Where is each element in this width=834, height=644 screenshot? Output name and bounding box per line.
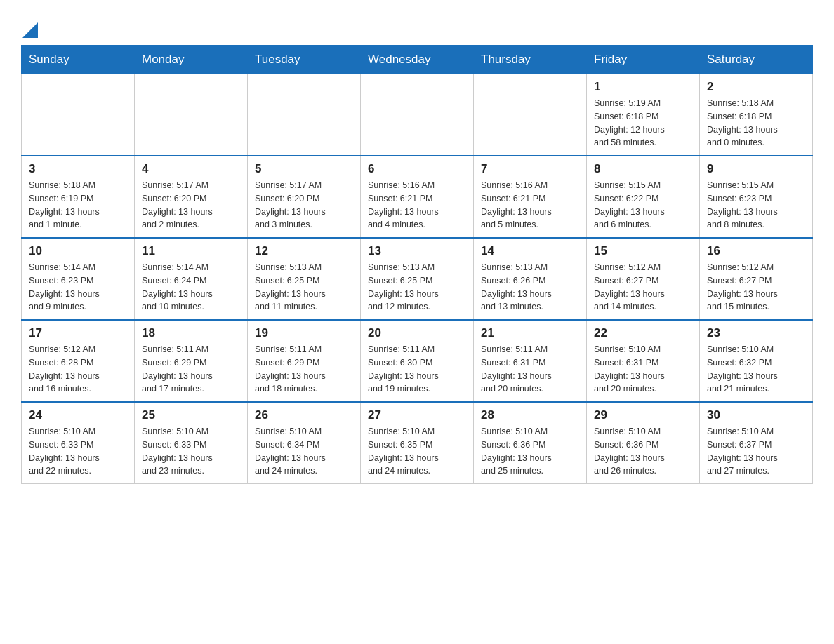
calendar-cell: 19Sunrise: 5:11 AM Sunset: 6:29 PM Dayli…: [248, 320, 361, 402]
day-number: 20: [368, 326, 466, 340]
weekday-header-saturday: Saturday: [700, 46, 813, 74]
day-number: 26: [255, 408, 353, 422]
day-number: 2: [707, 80, 805, 94]
day-info: Sunrise: 5:18 AM Sunset: 6:19 PM Dayligh…: [29, 179, 127, 232]
logo-triangle-icon: [22, 22, 38, 38]
weekday-header-sunday: Sunday: [22, 46, 135, 74]
calendar: SundayMondayTuesdayWednesdayThursdayFrid…: [21, 45, 813, 484]
calendar-cell: 17Sunrise: 5:12 AM Sunset: 6:28 PM Dayli…: [22, 320, 135, 402]
calendar-cell: [248, 74, 361, 156]
week-row-1: 1Sunrise: 5:19 AM Sunset: 6:18 PM Daylig…: [22, 74, 813, 156]
day-info: Sunrise: 5:15 AM Sunset: 6:23 PM Dayligh…: [707, 179, 805, 232]
day-info: Sunrise: 5:16 AM Sunset: 6:21 PM Dayligh…: [368, 179, 466, 232]
day-number: 15: [594, 244, 692, 258]
day-info: Sunrise: 5:11 AM Sunset: 6:29 PM Dayligh…: [255, 343, 353, 396]
day-number: 1: [594, 80, 692, 94]
day-number: 18: [142, 326, 240, 340]
day-info: Sunrise: 5:17 AM Sunset: 6:20 PM Dayligh…: [255, 179, 353, 232]
day-info: Sunrise: 5:10 AM Sunset: 6:32 PM Dayligh…: [707, 343, 805, 396]
day-info: Sunrise: 5:17 AM Sunset: 6:20 PM Dayligh…: [142, 179, 240, 232]
calendar-cell: 1Sunrise: 5:19 AM Sunset: 6:18 PM Daylig…: [587, 74, 700, 156]
day-info: Sunrise: 5:10 AM Sunset: 6:33 PM Dayligh…: [29, 425, 127, 478]
day-number: 6: [368, 162, 466, 176]
day-info: Sunrise: 5:10 AM Sunset: 6:34 PM Dayligh…: [255, 425, 353, 478]
weekday-header-monday: Monday: [135, 46, 248, 74]
week-row-5: 24Sunrise: 5:10 AM Sunset: 6:33 PM Dayli…: [22, 402, 813, 484]
calendar-cell: 6Sunrise: 5:16 AM Sunset: 6:21 PM Daylig…: [361, 156, 474, 238]
calendar-cell: 13Sunrise: 5:13 AM Sunset: 6:25 PM Dayli…: [361, 238, 474, 320]
day-info: Sunrise: 5:12 AM Sunset: 6:27 PM Dayligh…: [594, 261, 692, 314]
day-number: 8: [594, 162, 692, 176]
calendar-cell: 21Sunrise: 5:11 AM Sunset: 6:31 PM Dayli…: [474, 320, 587, 402]
calendar-cell: [474, 74, 587, 156]
day-info: Sunrise: 5:13 AM Sunset: 6:26 PM Dayligh…: [481, 261, 579, 314]
header: [21, 14, 813, 38]
day-info: Sunrise: 5:14 AM Sunset: 6:24 PM Dayligh…: [142, 261, 240, 314]
day-info: Sunrise: 5:15 AM Sunset: 6:22 PM Dayligh…: [594, 179, 692, 232]
weekday-header-friday: Friday: [587, 46, 700, 74]
day-number: 28: [481, 408, 579, 422]
calendar-cell: 8Sunrise: 5:15 AM Sunset: 6:22 PM Daylig…: [587, 156, 700, 238]
calendar-cell: 30Sunrise: 5:10 AM Sunset: 6:37 PM Dayli…: [700, 402, 813, 484]
day-info: Sunrise: 5:12 AM Sunset: 6:27 PM Dayligh…: [707, 261, 805, 314]
weekday-header-tuesday: Tuesday: [248, 46, 361, 74]
calendar-cell: [135, 74, 248, 156]
weekday-header-row: SundayMondayTuesdayWednesdayThursdayFrid…: [22, 46, 813, 74]
day-number: 7: [481, 162, 579, 176]
day-number: 23: [707, 326, 805, 340]
day-number: 25: [142, 408, 240, 422]
day-number: 14: [481, 244, 579, 258]
calendar-cell: 23Sunrise: 5:10 AM Sunset: 6:32 PM Dayli…: [700, 320, 813, 402]
calendar-cell: 3Sunrise: 5:18 AM Sunset: 6:19 PM Daylig…: [22, 156, 135, 238]
day-number: 29: [594, 408, 692, 422]
day-number: 21: [481, 326, 579, 340]
day-number: 13: [368, 244, 466, 258]
calendar-cell: 16Sunrise: 5:12 AM Sunset: 6:27 PM Dayli…: [700, 238, 813, 320]
day-info: Sunrise: 5:19 AM Sunset: 6:18 PM Dayligh…: [594, 97, 692, 149]
day-info: Sunrise: 5:10 AM Sunset: 6:36 PM Dayligh…: [481, 425, 579, 478]
calendar-cell: 20Sunrise: 5:11 AM Sunset: 6:30 PM Dayli…: [361, 320, 474, 402]
weekday-header-thursday: Thursday: [474, 46, 587, 74]
calendar-cell: 15Sunrise: 5:12 AM Sunset: 6:27 PM Dayli…: [587, 238, 700, 320]
calendar-cell: 24Sunrise: 5:10 AM Sunset: 6:33 PM Dayli…: [22, 402, 135, 484]
calendar-cell: 27Sunrise: 5:10 AM Sunset: 6:35 PM Dayli…: [361, 402, 474, 484]
day-info: Sunrise: 5:14 AM Sunset: 6:23 PM Dayligh…: [29, 261, 127, 314]
day-number: 9: [707, 162, 805, 176]
day-number: 16: [707, 244, 805, 258]
day-info: Sunrise: 5:10 AM Sunset: 6:37 PM Dayligh…: [707, 425, 805, 478]
day-number: 19: [255, 326, 353, 340]
calendar-cell: 29Sunrise: 5:10 AM Sunset: 6:36 PM Dayli…: [587, 402, 700, 484]
day-number: 27: [368, 408, 466, 422]
day-number: 10: [29, 244, 127, 258]
day-info: Sunrise: 5:11 AM Sunset: 6:31 PM Dayligh…: [481, 343, 579, 396]
day-number: 11: [142, 244, 240, 258]
calendar-cell: 18Sunrise: 5:11 AM Sunset: 6:29 PM Dayli…: [135, 320, 248, 402]
calendar-cell: 22Sunrise: 5:10 AM Sunset: 6:31 PM Dayli…: [587, 320, 700, 402]
day-info: Sunrise: 5:10 AM Sunset: 6:36 PM Dayligh…: [594, 425, 692, 478]
week-row-3: 10Sunrise: 5:14 AM Sunset: 6:23 PM Dayli…: [22, 238, 813, 320]
day-info: Sunrise: 5:16 AM Sunset: 6:21 PM Dayligh…: [481, 179, 579, 232]
day-info: Sunrise: 5:13 AM Sunset: 6:25 PM Dayligh…: [255, 261, 353, 314]
calendar-cell: 4Sunrise: 5:17 AM Sunset: 6:20 PM Daylig…: [135, 156, 248, 238]
calendar-cell: 10Sunrise: 5:14 AM Sunset: 6:23 PM Dayli…: [22, 238, 135, 320]
calendar-cell: 7Sunrise: 5:16 AM Sunset: 6:21 PM Daylig…: [474, 156, 587, 238]
weekday-header-wednesday: Wednesday: [361, 46, 474, 74]
day-number: 30: [707, 408, 805, 422]
day-number: 3: [29, 162, 127, 176]
day-number: 22: [594, 326, 692, 340]
calendar-cell: 5Sunrise: 5:17 AM Sunset: 6:20 PM Daylig…: [248, 156, 361, 238]
calendar-cell: 14Sunrise: 5:13 AM Sunset: 6:26 PM Dayli…: [474, 238, 587, 320]
week-row-4: 17Sunrise: 5:12 AM Sunset: 6:28 PM Dayli…: [22, 320, 813, 402]
week-row-2: 3Sunrise: 5:18 AM Sunset: 6:19 PM Daylig…: [22, 156, 813, 238]
calendar-cell: [22, 74, 135, 156]
day-number: 5: [255, 162, 353, 176]
day-info: Sunrise: 5:11 AM Sunset: 6:29 PM Dayligh…: [142, 343, 240, 396]
day-info: Sunrise: 5:18 AM Sunset: 6:18 PM Dayligh…: [707, 97, 805, 149]
day-info: Sunrise: 5:10 AM Sunset: 6:35 PM Dayligh…: [368, 425, 466, 478]
day-info: Sunrise: 5:10 AM Sunset: 6:31 PM Dayligh…: [594, 343, 692, 396]
calendar-cell: 26Sunrise: 5:10 AM Sunset: 6:34 PM Dayli…: [248, 402, 361, 484]
day-info: Sunrise: 5:13 AM Sunset: 6:25 PM Dayligh…: [368, 261, 466, 314]
calendar-cell: 12Sunrise: 5:13 AM Sunset: 6:25 PM Dayli…: [248, 238, 361, 320]
day-number: 4: [142, 162, 240, 176]
day-info: Sunrise: 5:12 AM Sunset: 6:28 PM Dayligh…: [29, 343, 127, 396]
